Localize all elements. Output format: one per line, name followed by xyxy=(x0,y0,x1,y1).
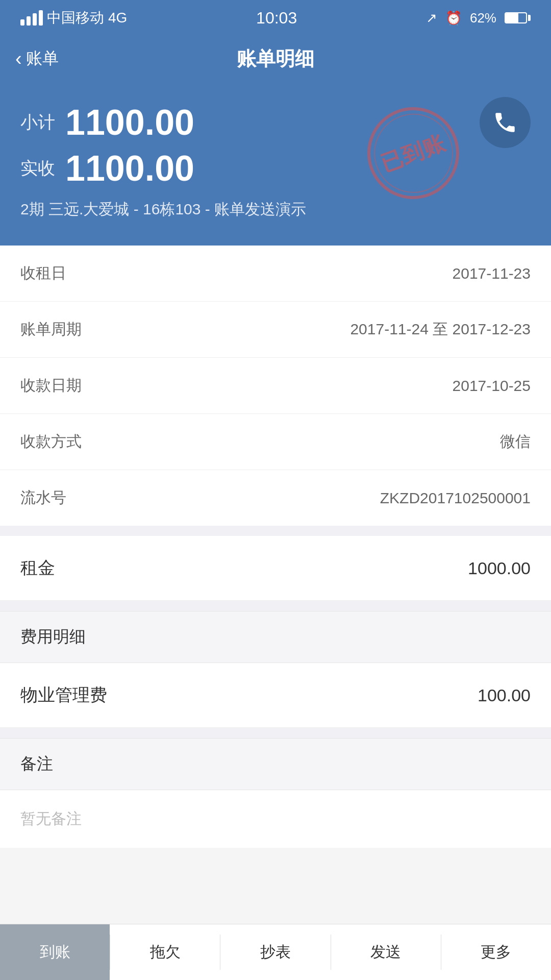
header-area: 小计 1100.00 实收 1100.00 2期 三远.大爱城 - 16栋103… xyxy=(0,82,551,246)
detail-label-4: 流水号 xyxy=(20,487,66,508)
detail-row: 账单周期 2017-11-24 至 2017-12-23 xyxy=(0,302,551,358)
tab-bar: 到账拖欠抄表发送更多 xyxy=(0,924,551,980)
detail-label-0: 收租日 xyxy=(20,263,66,284)
battery-label: 62% xyxy=(470,10,496,26)
fee-section-header: 费用明细 xyxy=(0,611,551,663)
actual-label: 实收 xyxy=(20,157,55,180)
detail-value-3: 微信 xyxy=(500,431,531,452)
separator-3 xyxy=(0,728,551,738)
actual-row: 实收 1100.00 xyxy=(20,148,531,189)
fee-item-row: 物业管理费 100.00 xyxy=(0,663,551,728)
fee-item-label-0: 物业管理费 xyxy=(20,683,107,707)
rent-row: 租金 1000.00 xyxy=(0,536,551,601)
fee-item-value-0: 100.00 xyxy=(478,685,531,705)
back-label: 账单 xyxy=(26,47,59,70)
tab-到账[interactable]: 到账 xyxy=(0,924,110,980)
header-info: 2期 三远.大爱城 - 16栋103 - 账单发送演示 xyxy=(20,199,531,220)
detail-row: 流水号 ZKZD2017102500001 xyxy=(0,470,551,526)
phone-icon xyxy=(492,110,518,135)
rent-value: 1000.00 xyxy=(468,558,531,578)
notes-title: 备注 xyxy=(20,754,53,773)
alarm-icon: ⏰ xyxy=(445,10,462,26)
status-bar: 中国移动 4G 10:03 ↗ ⏰ 62% xyxy=(0,0,551,36)
phone-button[interactable] xyxy=(480,97,531,148)
detail-value-1: 2017-11-24 至 2017-12-23 xyxy=(350,319,531,340)
subtotal-row: 小计 1100.00 xyxy=(20,102,531,143)
fee-items-section: 物业管理费 100.00 xyxy=(0,663,551,728)
time-label: 10:03 xyxy=(256,9,297,28)
notes-section-header: 备注 xyxy=(0,738,551,790)
carrier-label: 中国移动 xyxy=(47,8,104,28)
battery-icon xyxy=(505,12,531,23)
detail-label-1: 账单周期 xyxy=(20,319,82,340)
status-right: ↗ ⏰ 62% xyxy=(426,10,531,26)
rent-label: 租金 xyxy=(20,556,55,580)
tab-更多[interactable]: 更多 xyxy=(441,924,551,980)
network-label: 4G xyxy=(108,10,127,26)
detail-row: 收款方式 微信 xyxy=(0,414,551,470)
detail-label-3: 收款方式 xyxy=(20,431,82,452)
notes-content: 暂无备注 xyxy=(0,790,551,848)
subtotal-label: 小计 xyxy=(20,111,55,134)
detail-value-0: 2017-11-23 xyxy=(453,265,531,282)
detail-row: 收租日 2017-11-23 xyxy=(0,246,551,302)
detail-section: 收租日 2017-11-23 账单周期 2017-11-24 至 2017-12… xyxy=(0,246,551,526)
detail-value-4: ZKZD2017102500001 xyxy=(380,489,531,507)
detail-label-2: 收款日期 xyxy=(20,375,82,396)
chevron-left-icon: ‹ xyxy=(15,48,22,70)
tab-发送[interactable]: 发送 xyxy=(331,924,441,980)
rent-section: 租金 1000.00 xyxy=(0,536,551,601)
notes-placeholder: 暂无备注 xyxy=(20,810,82,827)
separator-2 xyxy=(0,601,551,611)
separator-1 xyxy=(0,526,551,536)
actual-amount: 1100.00 xyxy=(65,148,194,189)
subtotal-amount: 1100.00 xyxy=(65,102,194,143)
detail-row: 收款日期 2017-10-25 xyxy=(0,358,551,414)
fee-section-title: 费用明细 xyxy=(20,627,86,646)
location-icon: ↗ xyxy=(426,10,437,26)
page-title: 账单明细 xyxy=(145,46,406,72)
nav-bar: ‹ 账单 账单明细 xyxy=(0,36,551,82)
tab-抄表[interactable]: 抄表 xyxy=(220,924,330,980)
back-button[interactable]: ‹ 账单 xyxy=(15,47,145,70)
detail-value-2: 2017-10-25 xyxy=(453,377,531,395)
tab-拖欠[interactable]: 拖欠 xyxy=(110,924,220,980)
status-left: 中国移动 4G xyxy=(20,8,127,28)
signal-icon xyxy=(20,10,43,26)
